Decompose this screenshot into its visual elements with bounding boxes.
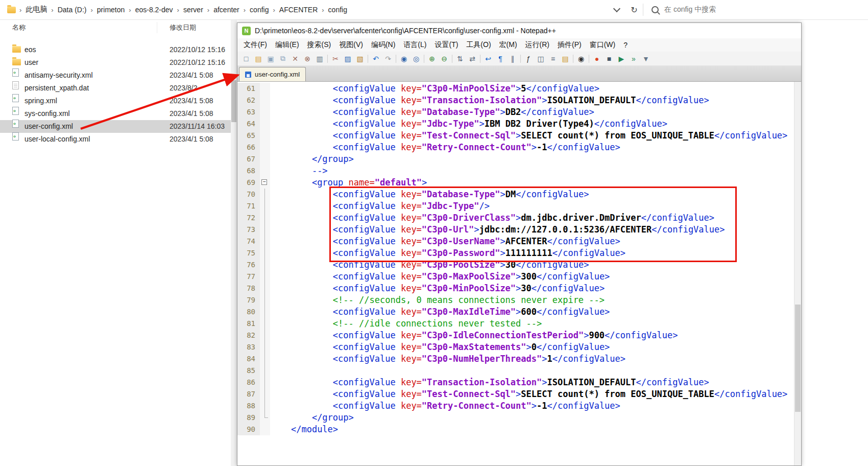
breadcrumb-item[interactable]: config — [249, 5, 269, 15]
menu-item-run[interactable]: 运行(R) — [521, 39, 553, 51]
line-number[interactable]: 85 — [237, 365, 260, 377]
new-file-icon[interactable]: □ — [240, 53, 252, 64]
line-number[interactable]: 74 — [237, 236, 260, 247]
line-number[interactable]: 90 — [237, 424, 260, 435]
code-line[interactable]: 72 <configValue key="C3p0-DriverClass">d… — [237, 212, 801, 224]
line-number[interactable]: 86 — [237, 377, 260, 388]
menu-item-language[interactable]: 语言(L) — [399, 39, 430, 51]
search-box[interactable]: 在 config 中搜索 — [643, 0, 868, 19]
code-line[interactable]: 78 <configValue key="C3p0-MinPoolSize">3… — [237, 283, 801, 294]
code-line[interactable]: 81 <!-- //idle connections never tested … — [237, 318, 801, 330]
print-icon[interactable]: ▥ — [314, 53, 325, 64]
code-line[interactable]: 90 </module> — [237, 424, 801, 435]
line-number[interactable]: 67 — [237, 153, 260, 165]
show-all-characters-icon[interactable]: ¶ — [495, 53, 506, 64]
record-macro-icon[interactable]: ● — [591, 53, 602, 64]
line-number[interactable]: 82 — [237, 330, 260, 341]
monitoring-icon[interactable]: ◉ — [575, 53, 587, 64]
line-number[interactable]: 81 — [237, 318, 260, 330]
save-icon[interactable]: ▣ — [265, 53, 276, 64]
menu-item-file[interactable]: 文件(F) — [239, 39, 271, 51]
column-header-name[interactable]: 名称 — [0, 22, 157, 33]
code-line[interactable]: 63 <configValue key="Database-Type">DB2<… — [237, 106, 801, 118]
copy-icon[interactable]: ▨ — [342, 53, 353, 64]
cut-icon[interactable]: ✂ — [330, 53, 341, 64]
code-line[interactable]: 77 <configValue key="C3p0-MaxPoolSize">3… — [237, 271, 801, 283]
code-line[interactable]: 61 <configValue key="C3p0-MinPoolSize">5… — [237, 83, 801, 95]
breadcrumb-item[interactable]: AFCENTER — [279, 5, 318, 15]
notepad-titlebar[interactable]: D:\primeton\eos-8.2-dev\server\afcenter\… — [237, 23, 801, 38]
address-dropdown-button[interactable] — [608, 0, 625, 19]
line-number[interactable]: 83 — [237, 341, 260, 353]
code-line[interactable]: 88 <configValue key="Retry-Connect-Count… — [237, 400, 801, 412]
document-list-icon[interactable]: ≡ — [547, 53, 559, 64]
function-list-icon[interactable]: ƒ — [523, 53, 534, 64]
code-line[interactable]: 83 <configValue key="C3p0-MaxStatements"… — [237, 341, 801, 353]
line-number[interactable]: 68 — [237, 165, 260, 177]
file-row[interactable]: antisamy-security.xml2023/4/1 5:08 — [0, 69, 231, 82]
file-row[interactable]: spring.xml2023/4/1 5:08 — [0, 95, 231, 107]
document-map-icon[interactable]: ◫ — [535, 53, 546, 64]
editor[interactable]: 61 <configValue key="C3p0-MinPoolSize">5… — [237, 82, 801, 465]
line-number[interactable]: 77 — [237, 271, 260, 283]
code-line[interactable]: 67 </group> — [237, 153, 801, 165]
code-line[interactable]: 70 <configValue key="Database-Type">DM</… — [237, 189, 801, 200]
menu-item-help[interactable]: ? — [619, 39, 632, 51]
menu-item-tools[interactable]: 工具(O) — [462, 39, 495, 51]
stop-macro-icon[interactable]: ■ — [604, 53, 615, 64]
line-number[interactable]: 62 — [237, 95, 260, 106]
open-file-icon[interactable]: ▤ — [253, 53, 264, 64]
menu-item-window[interactable]: 窗口(W) — [586, 39, 620, 51]
line-number[interactable]: 65 — [237, 130, 260, 142]
line-number[interactable]: 64 — [237, 118, 260, 130]
code-line[interactable]: 73 <configValue key="C3p0-Url">jdbc:dm:/… — [237, 224, 801, 236]
indent-guide-icon[interactable]: ∥ — [507, 53, 518, 64]
line-number[interactable]: 71 — [237, 200, 260, 212]
scrollbar-thumb[interactable] — [231, 80, 236, 122]
column-header-date[interactable]: 修改日期 — [157, 22, 196, 33]
code-line[interactable]: 62 <configValue key="Transaction-Isolati… — [237, 95, 801, 106]
scrollbar-thumb[interactable] — [795, 305, 801, 412]
refresh-button[interactable]: ↻ — [625, 5, 643, 15]
sync-vertical-icon[interactable]: ⇅ — [454, 53, 466, 64]
code-line[interactable]: 84 <configValue key="C3p0-NumHelperThrea… — [237, 353, 801, 365]
code-line[interactable]: 71 <configValue key="Jdbc-Type"/> — [237, 200, 801, 212]
line-number[interactable]: 70 — [237, 189, 260, 200]
run-macro-multiple-icon[interactable]: » — [628, 53, 639, 64]
tab-user-config[interactable]: user-config.xml — [239, 67, 306, 81]
line-number[interactable]: 88 — [237, 400, 260, 412]
line-number[interactable]: 87 — [237, 388, 260, 400]
breadcrumb-item[interactable]: afcenter — [213, 5, 240, 15]
file-row[interactable]: user-local-config.xml2023/4/1 5:08 — [0, 133, 231, 146]
menu-item-plugins[interactable]: 插件(P) — [553, 39, 586, 51]
code-line[interactable]: 85 — [237, 365, 801, 377]
replace-icon[interactable]: ◎ — [411, 53, 422, 64]
find-icon[interactable]: ◉ — [398, 53, 409, 64]
menu-item-view[interactable]: 视图(V) — [335, 39, 367, 51]
line-number[interactable]: 69 — [237, 177, 260, 189]
code-line[interactable]: 86 <configValue key="Transaction-Isolati… — [237, 377, 801, 388]
breadcrumb-item[interactable]: primeton — [97, 5, 125, 15]
code-line[interactable]: 64 <configValue key="Jdbc-Type">IBM DB2 … — [237, 118, 801, 130]
explorer-scrollbar[interactable] — [231, 20, 237, 466]
file-row[interactable]: user-config.xml2023/11/14 16:03 — [0, 120, 231, 133]
file-row[interactable]: eos2022/10/12 15:16 — [0, 43, 231, 56]
menu-item-settings[interactable]: 设置(T) — [430, 39, 462, 51]
file-row[interactable]: user2022/10/12 15:16 — [0, 56, 231, 69]
sync-horizontal-icon[interactable]: ⇄ — [467, 53, 478, 64]
code-line[interactable]: 65 <configValue key="Test-Connect-Sql">S… — [237, 130, 801, 142]
line-number[interactable]: 63 — [237, 106, 260, 118]
line-number[interactable]: 79 — [237, 294, 260, 306]
line-number[interactable]: 66 — [237, 142, 260, 153]
zoom-in-icon[interactable]: ⊕ — [426, 53, 438, 64]
line-number[interactable]: 75 — [237, 247, 260, 259]
code-line[interactable]: 80 <configValue key="C3p0-MaxIdleTime">6… — [237, 306, 801, 318]
fold-collapse-icon[interactable]: − — [261, 179, 267, 185]
zoom-out-icon[interactable]: ⊖ — [439, 53, 450, 64]
menu-item-macro[interactable]: 宏(M) — [495, 39, 521, 51]
breadcrumb-item[interactable]: 此电脑 — [25, 4, 47, 15]
fold-toggle[interactable]: − — [260, 177, 270, 189]
code-line[interactable]: 82 <configValue key="C3p0-IdleConnection… — [237, 330, 801, 341]
breadcrumb-item[interactable]: Data (D:) — [57, 5, 87, 15]
play-macro-icon[interactable]: ▶ — [616, 53, 627, 64]
